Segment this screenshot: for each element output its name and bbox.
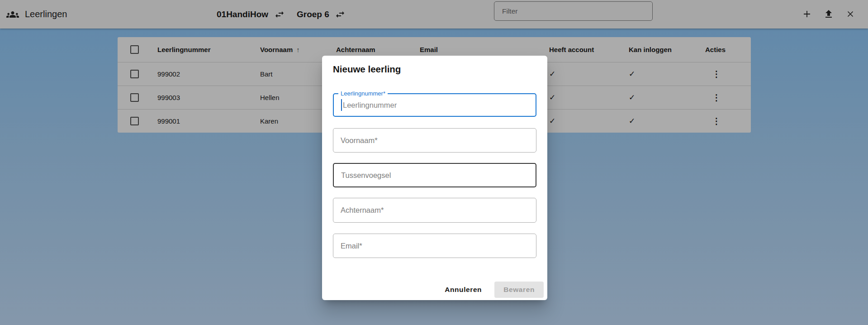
voornaam-field-label: Voornaam* <box>341 136 378 145</box>
leerlingnummer-field-label: Leerlingnummer* <box>338 90 388 97</box>
achternaam-field-label: Achternaam* <box>341 206 384 215</box>
email-field[interactable]: Email* <box>333 234 536 258</box>
tussenvoegsel-field[interactable]: Tussenvoegsel <box>333 163 536 187</box>
cancel-button[interactable]: Annuleren <box>436 282 490 298</box>
voornaam-field[interactable]: Voornaam* <box>333 128 536 153</box>
dialog-title: Nieuwe leerling <box>333 64 401 75</box>
leerlingnummer-field[interactable]: Leerlingnummer* Leerlingnummer <box>333 93 536 117</box>
leerlingnummer-placeholder: Leerlingnummer <box>343 101 397 110</box>
save-button[interactable]: Bewaren <box>494 282 544 298</box>
achternaam-field[interactable]: Achternaam* <box>333 198 536 223</box>
text-cursor <box>341 99 342 111</box>
tussenvoegsel-field-label: Tussenvoegsel <box>341 171 391 180</box>
dialog-actions: Annuleren Bewaren <box>436 282 544 298</box>
new-student-dialog: Nieuwe leerling Leerlingnummer* Leerling… <box>322 56 547 300</box>
email-field-label: Email* <box>341 242 362 250</box>
